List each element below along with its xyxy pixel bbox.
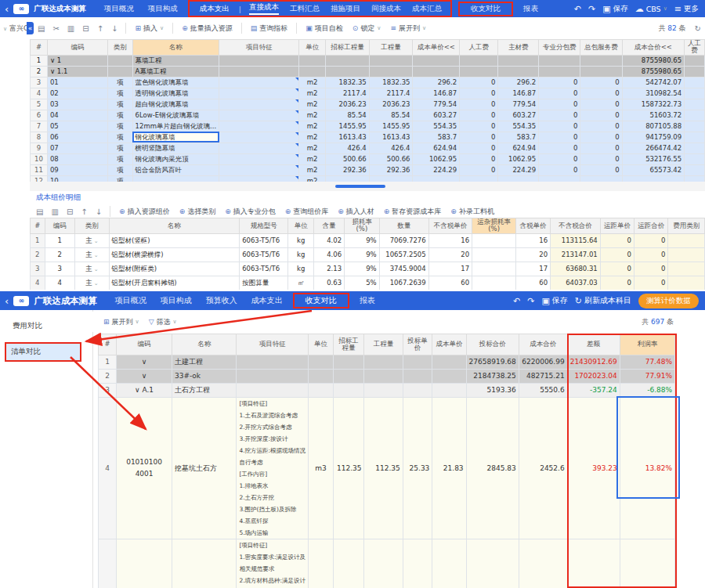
cell[interactable]: 按图算量	[240, 276, 288, 290]
cell[interactable]	[364, 384, 403, 398]
tab-income-expense-compare[interactable]: 收支对比	[306, 296, 337, 305]
cell[interactable]: 0	[634, 247, 668, 262]
cell[interactable]: 0	[539, 121, 580, 132]
cell[interactable]: 0	[460, 121, 498, 132]
copy-icon[interactable]: ▤	[36, 207, 43, 216]
cell[interactable]: ∨ 1	[47, 55, 107, 66]
cell[interactable]: kg	[288, 247, 314, 262]
cell[interactable]: 0	[634, 262, 668, 276]
cell[interactable]	[219, 121, 299, 132]
cell[interactable]: 项	[107, 142, 132, 153]
cell[interactable]: 583.7	[413, 132, 460, 142]
project-self-check-button[interactable]: ▣项目自检	[306, 23, 343, 34]
cell[interactable]: 6	[31, 110, 48, 121]
cell[interactable]: 0	[539, 164, 580, 175]
column-header[interactable]: 投标单 价	[403, 334, 432, 355]
cell[interactable]: 24.88	[403, 539, 432, 588]
cell[interactable]: 113115.64	[551, 233, 601, 247]
cell[interactable]: 5550.6	[519, 384, 567, 398]
cell[interactable]: 5	[99, 539, 117, 588]
cell[interactable]: 85.54	[326, 110, 370, 121]
cell[interactable]: 213147.01	[551, 247, 601, 262]
cell[interactable]	[219, 175, 299, 182]
cell[interactable]: 624.94	[498, 142, 539, 153]
column-header[interactable]: 成本合价	[519, 334, 567, 355]
cell[interactable]: 500.66	[369, 153, 413, 164]
table-row[interactable]: 503项超白钢化玻璃幕墙m22036.232036.23779.540779.5…	[31, 99, 705, 110]
cell[interactable]: 2117.4	[369, 88, 413, 99]
cell[interactable]: 624.94	[413, 142, 460, 153]
cell[interactable]: 2117.4	[326, 88, 370, 99]
cell[interactable]: 63680.31	[551, 262, 601, 276]
cell[interactable]: 554.35	[413, 121, 460, 132]
cell[interactable]: 1	[99, 355, 117, 370]
cell[interactable]: 1587322.73	[622, 99, 685, 110]
cell[interactable]: 4	[45, 276, 74, 290]
cell[interactable]: ㎡	[288, 276, 314, 290]
cell[interactable]: 6220006.99	[519, 355, 567, 370]
collapse-handle[interactable]: «	[27, 22, 34, 34]
cell[interactable]: 16	[516, 233, 551, 247]
select-category-button[interactable]: ⊕选择类别	[179, 207, 216, 217]
cell[interactable]	[219, 55, 299, 66]
cell[interactable]: m2	[299, 77, 326, 88]
cell[interactable]: 554.35	[498, 121, 539, 132]
cell[interactable]: 项	[107, 175, 132, 182]
cell[interactable]: m2	[299, 164, 326, 175]
expand-to-button[interactable]: ≡展开到∨	[390, 23, 426, 34]
cell[interactable]: 4	[31, 276, 45, 290]
cell[interactable]: 钢化玻璃幕墙	[132, 132, 219, 142]
cell[interactable]: 2	[45, 247, 74, 262]
expand-to-dropdown[interactable]: ⊞展开到∨	[103, 317, 139, 327]
cell[interactable]: 27658919.68	[466, 355, 519, 370]
column-header[interactable]: 人工费	[685, 40, 705, 56]
sidebar-item-fee-compare[interactable]: 费用对比	[8, 318, 85, 334]
cell[interactable]	[622, 175, 685, 182]
cell[interactable]: 20	[428, 247, 472, 262]
cell[interactable]	[668, 247, 705, 262]
cell[interactable]: 21430912.69	[567, 355, 620, 370]
cell[interactable]: 112.35	[364, 398, 403, 539]
cell[interactable]: 17	[516, 262, 551, 276]
paste-icon[interactable]: ▥	[51, 207, 58, 216]
cell[interactable]	[460, 175, 498, 182]
cell[interactable]: 0	[539, 153, 580, 164]
cell[interactable]	[333, 370, 364, 384]
cell[interactable]: 20	[516, 247, 551, 262]
cell[interactable]	[299, 66, 326, 77]
column-header[interactable]: 成本单价	[432, 334, 466, 355]
cell[interactable]	[219, 142, 299, 153]
store-resource-cost-library-button[interactable]: ⊕暂存资源成本库	[384, 207, 442, 217]
cell[interactable]	[498, 175, 539, 182]
cell[interactable]: 横明竖隐幕墙	[132, 142, 219, 153]
cell[interactable]	[333, 355, 364, 370]
table-row[interactable]: 806项钢化玻璃幕墙m21613.431613.43583.70583.7009…	[31, 132, 705, 142]
cell[interactable]: 透明钢化玻璃幕墙	[132, 88, 219, 99]
move-down-icon[interactable]: ↓	[96, 207, 102, 216]
table-row[interactable]: 1∨土建工程27658919.686220006.9921430912.6977…	[99, 355, 675, 370]
cell[interactable]: 25.33	[403, 398, 432, 539]
cell[interactable]	[685, 77, 705, 88]
column-header[interactable]: 编码	[117, 334, 172, 355]
table-row[interactable]: 3∨ A.1土石方工程5193.365550.6-357.24-6.88%	[99, 384, 675, 398]
cell[interactable]	[685, 142, 705, 153]
cell[interactable]: 0	[460, 164, 498, 175]
cell[interactable]	[685, 164, 705, 175]
cell[interactable]: m2	[299, 88, 326, 99]
save-button[interactable]: ▣保存	[602, 4, 627, 14]
cell[interactable]: 02	[47, 88, 107, 99]
delete-icon[interactable]: ⊟	[82, 24, 89, 33]
cell[interactable]: 项	[107, 99, 132, 110]
cell[interactable]: ∨ A.1	[117, 384, 172, 398]
subtab-direct-cost[interactable]: 直接成本	[249, 2, 279, 15]
cell[interactable]: 09	[47, 164, 107, 175]
refresh-icon[interactable]: ↻	[695, 24, 701, 33]
cell[interactable]: 0	[539, 142, 580, 153]
cell[interactable]: 2	[99, 370, 117, 384]
cell[interactable]: 项	[107, 88, 132, 99]
cell[interactable]: 8	[31, 132, 48, 142]
cell[interactable]: 0	[580, 153, 622, 164]
cell[interactable]	[685, 121, 705, 132]
cell[interactable]: kg	[288, 233, 314, 247]
cell[interactable]: 0	[539, 132, 580, 142]
